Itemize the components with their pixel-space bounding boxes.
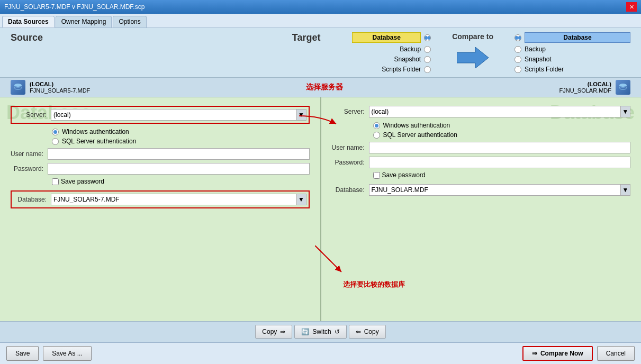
target-backup-label: Backup [525, 46, 546, 53]
save-password-checkbox-right[interactable] [373, 172, 380, 179]
save-password-row-left: Save password [52, 178, 310, 185]
title-bar-title: FJNU_SOLAR5-7.MDF v FJNU_SOLAR.MDF.scp [4, 3, 145, 11]
source-database-radio[interactable] [424, 34, 431, 41]
target-server-name: (LOCAL) [559, 81, 611, 87]
source-backup-radio[interactable] [424, 46, 431, 53]
username-row-right: User name: [332, 142, 631, 153]
password-row-left: Password: [11, 163, 310, 175]
server-row-right: Server: (local) ▼ [332, 106, 631, 117]
username-input-left[interactable] [48, 148, 309, 160]
sql-auth-row-left: SQL Server authentication [52, 138, 310, 145]
database-value-left: FJNU_SOLAR5-7.MDF [51, 196, 120, 203]
source-scripts-radio[interactable] [424, 66, 431, 73]
password-input-right[interactable] [369, 157, 631, 168]
tab-data-sources[interactable]: Data Sources [2, 16, 55, 28]
target-database-option: Database [525, 32, 630, 43]
database-dropdown-arrow-right[interactable]: ▼ [620, 185, 630, 195]
switch-button[interactable]: 🔄 Switch ↺ [294, 325, 346, 339]
copy-left-button[interactable]: Copy ⇒ [255, 325, 292, 339]
source-snapshot-radio[interactable] [424, 56, 431, 63]
target-snapshot-radio[interactable] [514, 56, 521, 63]
target-backup-radio[interactable] [514, 46, 521, 53]
target-db-info: (LOCAL) FJNU_SOLAR.MDF [559, 80, 630, 95]
title-bar: FJNU_SOLAR5-7.MDF v FJNU_SOLAR.MDF.scp ✕ [0, 0, 641, 14]
password-label-left: Password: [11, 165, 48, 172]
source-scripts-label: Scripts Folder [352, 66, 421, 73]
sql-auth-radio-left[interactable] [52, 138, 59, 145]
switch-arrow-icon: ↺ [335, 328, 340, 335]
database-dropdown-left[interactable]: FJNU_SOLAR5-7.MDF ▼ [51, 194, 306, 205]
save-as-button[interactable]: Save As ... [43, 346, 91, 361]
database-dropdown-right[interactable]: FJNU_SOLAR.MDF ▼ [369, 184, 631, 196]
server-dropdown-left[interactable]: (local) ▼ [51, 109, 306, 121]
database-label-right: Database: [332, 186, 369, 194]
footer-bar: Save Save As ... ⇒ Compare Now Cancel [0, 342, 641, 364]
target-label: Target [292, 32, 321, 43]
copy-left-arrow-icon: ⇒ [280, 328, 285, 335]
compare-now-label: Compare Now [540, 350, 583, 357]
source-db-info: (LOCAL) FJNU_SOLAR5-7.MDF [11, 80, 90, 95]
windows-auth-radio-right[interactable] [373, 122, 380, 129]
bottom-buttons-bar: Copy ⇒ 🔄 Switch ↺ ⇐ Copy [0, 321, 641, 342]
tab-options[interactable]: Options [113, 16, 146, 28]
target-scripts-radio[interactable] [514, 66, 521, 73]
sql-auth-label-right: SQL Server authentication [383, 131, 457, 139]
copy-right-arrow-icon: ⇐ [356, 328, 361, 335]
username-label-left: User name: [11, 150, 48, 158]
target-scripts-label: Scripts Folder [525, 66, 564, 73]
save-password-checkbox-left[interactable] [52, 178, 59, 185]
footer-left: Save Save As ... [6, 346, 92, 361]
svg-marker-0 [457, 47, 489, 68]
target-snapshot-label: Snapshot [525, 56, 552, 63]
tab-bar: Data Sources Owner Mapping Options [0, 14, 641, 28]
password-input-left[interactable] [48, 163, 310, 175]
source-database-option: Database [352, 32, 421, 43]
switch-label: Switch [312, 328, 331, 335]
database-value-right: FJNU_SOLAR.MDF [369, 186, 428, 194]
server-dropdown-right[interactable]: (local) ▼ [369, 106, 631, 117]
compare-arrow [457, 47, 489, 70]
save-password-label-left: Save password [61, 178, 104, 185]
annotation-select-db: 选择要比较的数据库 [343, 280, 405, 289]
footer-right: ⇒ Compare Now Cancel [522, 346, 635, 361]
cancel-button[interactable]: Cancel [597, 346, 635, 361]
database-row-right: Database: FJNU_SOLAR.MDF ▼ [332, 184, 631, 196]
server-field-highlight-left: Server: (local) ▼ [11, 106, 310, 124]
close-button[interactable]: ✕ [626, 2, 637, 12]
source-backup-label: Backup [352, 46, 421, 53]
auth-options-right: Windows authentication SQL Server authen… [373, 122, 631, 139]
save-button[interactable]: Save [6, 346, 39, 361]
copy-left-label: Copy [262, 328, 277, 335]
database-label-left: Database: [14, 196, 51, 203]
compare-now-button[interactable]: ⇒ Compare Now [522, 346, 593, 361]
copy-right-label: Copy [364, 328, 379, 335]
database-dropdown-arrow-left[interactable]: ▼ [296, 194, 306, 205]
sql-auth-radio-right[interactable] [373, 132, 380, 139]
password-row-right: Password: [332, 157, 631, 168]
save-password-label-right: Save password [382, 171, 426, 179]
windows-auth-radio-left[interactable] [52, 129, 59, 135]
auth-options-left: Windows authentication SQL Server authen… [52, 128, 310, 145]
target-database-name: FJNU_SOLAR.MDF [559, 87, 611, 94]
server-value-right: (local) [369, 108, 389, 115]
save-password-row-right: Save password [373, 171, 631, 179]
username-label-right: User name: [332, 144, 369, 151]
annotation-select-server: 选择服务器 [306, 83, 343, 92]
server-dropdown-arrow-right[interactable]: ▼ [620, 106, 630, 117]
password-label-right: Password: [332, 159, 369, 166]
left-panel: Database Server: (local) ▼ [0, 97, 320, 321]
source-snapshot-label: Snapshot [352, 56, 421, 63]
windows-auth-row-left: Windows authentication [52, 128, 310, 135]
database-field-highlight-left: Database: FJNU_SOLAR5-7.MDF ▼ [11, 190, 310, 208]
tab-owner-mapping[interactable]: Owner Mapping [56, 16, 112, 28]
username-input-right[interactable] [369, 142, 630, 153]
server-annotation-arrow [299, 113, 341, 136]
compare-now-arrow-icon: ⇒ [532, 350, 537, 357]
target-database-radio[interactable] [514, 34, 521, 41]
windows-auth-label-right: Windows authentication [383, 122, 450, 129]
windows-auth-label-left: Windows authentication [62, 128, 129, 135]
sql-auth-label-left: SQL Server authentication [62, 138, 136, 145]
copy-right-button[interactable]: ⇐ Copy [349, 325, 386, 339]
svg-point-1 [14, 84, 22, 87]
server-label-left: Server: [14, 111, 51, 119]
